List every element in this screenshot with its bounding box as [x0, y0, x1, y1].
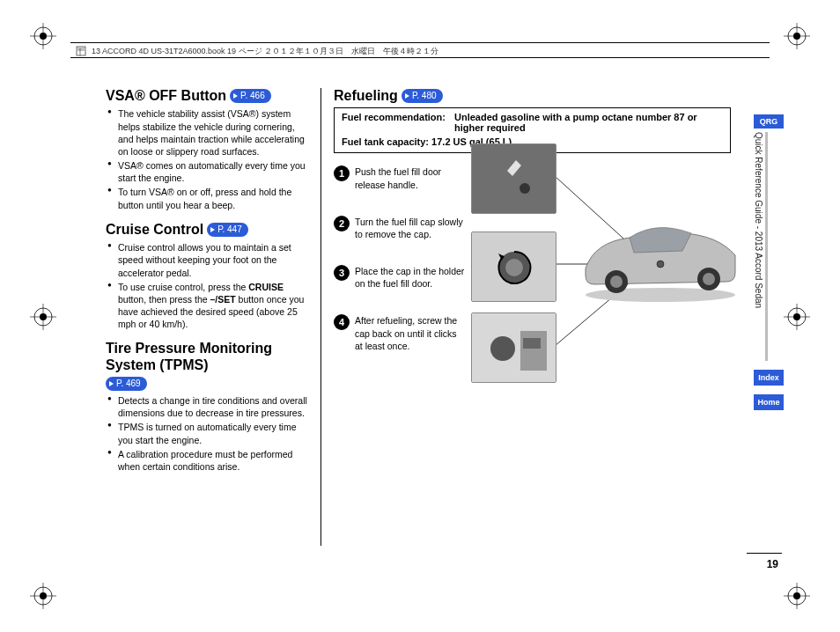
fuel-rec-value: Unleaded gasoline with a pump octane num… [454, 112, 723, 133]
cruise-bullets: Cruise control allows you to maintain a … [106, 241, 308, 330]
svg-point-35 [490, 336, 515, 361]
sidebar-nav: QRG Quick Reference Guide - 2013 Accord … [754, 114, 784, 537]
fuel-cap-remove-image [471, 231, 556, 302]
list-item: Cruise control allows you to maintain a … [106, 241, 308, 279]
step-number-icon: 2 [334, 216, 350, 231]
refuel-diagram [471, 136, 744, 445]
header-text: 13 ACCORD 4D US-31T2A6000.book 19 ページ ２０… [92, 46, 438, 57]
step-3: 3 Place the cap in the holder on the fue… [334, 265, 466, 290]
step-number-icon: 4 [334, 314, 350, 330]
svg-point-40 [610, 276, 623, 288]
framemaker-icon [76, 46, 86, 56]
crop-mark-icon [784, 583, 810, 609]
page-ref-link[interactable]: P. 480 [402, 89, 443, 103]
vehicle-image [577, 207, 744, 304]
step-1: 1 Push the fuel fill door release handle… [334, 165, 466, 190]
crop-mark-icon [784, 304, 810, 330]
svg-point-42 [703, 273, 715, 285]
step-number-icon: 3 [334, 265, 350, 281]
svg-rect-24 [77, 47, 85, 55]
list-item: TPMS is turned on automatically every ti… [106, 421, 308, 445]
vsa-bullets: The vehicle stability assist (VSA®) syst… [106, 107, 308, 210]
tpms-bullets: Detects a change in tire conditions and … [106, 394, 308, 473]
list-item: The vehicle stability assist (VSA®) syst… [106, 107, 308, 158]
fuel-cap-label: Fuel tank capacity: [342, 136, 429, 147]
cruise-heading: Cruise Control P. 447 [106, 222, 308, 238]
page-ref-link[interactable]: P. 469 [106, 377, 147, 391]
fuel-cap-holder-image [471, 312, 556, 383]
svg-point-29 [519, 183, 530, 194]
fuel-release-image [471, 143, 556, 214]
refuel-steps: 1 Push the fuel fill door release handle… [334, 165, 466, 352]
crop-mark-icon [30, 304, 56, 330]
svg-rect-28 [472, 144, 556, 213]
guide-title: Quick Reference Guide - 2013 Accord Seda… [754, 132, 768, 361]
step-2: 2 Turn the fuel fill cap slowly to remov… [334, 216, 466, 240]
svg-rect-37 [523, 338, 541, 349]
crop-mark-icon [30, 23, 56, 49]
list-item: To use cruise control, press the CRUISE … [106, 281, 308, 331]
step-4: 4 After refueling, screw the cap back on… [334, 314, 466, 352]
document-header: 13 ACCORD 4D US-31T2A6000.book 19 ページ ２０… [70, 42, 770, 58]
qrg-tab[interactable]: QRG [754, 114, 784, 129]
vsa-heading: VSA® OFF Button P. 466 [106, 88, 308, 104]
refueling-heading: Refueling P. 480 [334, 88, 731, 104]
page-ref-link[interactable]: P. 466 [230, 89, 271, 103]
step-number-icon: 1 [334, 165, 350, 181]
svg-point-43 [657, 261, 664, 268]
list-item: Detects a change in tire conditions and … [106, 394, 308, 419]
index-button[interactable]: Index [754, 370, 784, 386]
page-ref-link[interactable]: P. 447 [207, 223, 248, 237]
crop-mark-icon [784, 23, 810, 49]
list-item: A calibration procedure must be performe… [106, 448, 308, 473]
svg-point-38 [586, 288, 735, 302]
list-item: To turn VSA® on or off, press and hold t… [106, 186, 308, 210]
page-number: 19 [767, 558, 778, 570]
crop-mark-icon [30, 583, 56, 609]
tpms-heading: Tire Pressure Monitoring System (TPMS) P… [106, 341, 308, 391]
home-button[interactable]: Home [754, 394, 784, 410]
svg-rect-36 [520, 331, 547, 371]
fuel-rec-label: Fuel recommendation: [342, 112, 446, 133]
svg-point-32 [505, 259, 523, 276]
list-item: VSA® comes on automatically every time y… [106, 159, 308, 184]
